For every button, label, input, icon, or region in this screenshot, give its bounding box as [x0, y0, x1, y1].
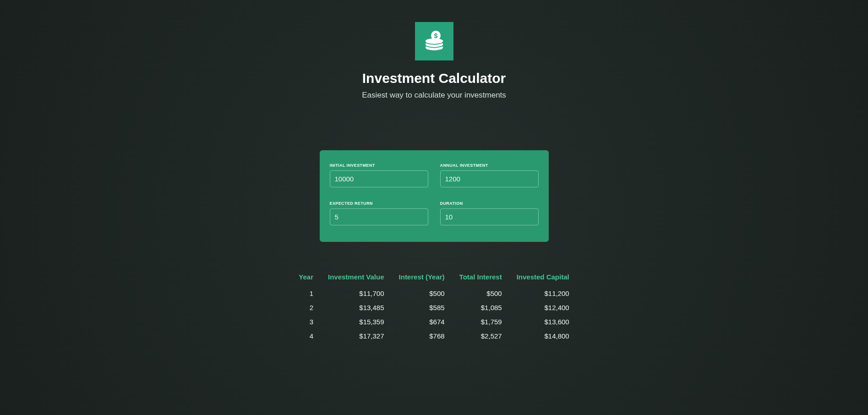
money-bag-icon: $: [421, 27, 447, 55]
col-year: Year: [291, 270, 321, 286]
cell-year: 4: [291, 329, 321, 343]
page-title: Investment Calculator: [362, 71, 506, 86]
cell-total-interest: $1,759: [452, 315, 509, 329]
cell-interest-year: $585: [392, 300, 452, 315]
cell-total-interest: $1,085: [452, 300, 509, 315]
cell-investment-value: $15,359: [321, 315, 392, 329]
expected-return-input[interactable]: [330, 208, 428, 225]
cell-investment-value: $17,327: [321, 329, 392, 343]
cell-total-interest: $2,527: [452, 329, 509, 343]
cell-interest-year: $674: [392, 315, 452, 329]
col-invested-capital: Invested Capital: [509, 270, 577, 286]
table-row: 2$13,485$585$1,085$12,400: [291, 300, 576, 315]
annual-investment-input[interactable]: [440, 170, 539, 187]
cell-year: 2: [291, 300, 321, 315]
cell-investment-value: $11,700: [321, 286, 392, 300]
cell-year: 3: [291, 315, 321, 329]
page-subtitle: Easiest way to calculate your investment…: [362, 91, 506, 100]
duration-input[interactable]: [440, 208, 539, 225]
cell-invested-capital: $14,800: [509, 329, 577, 343]
cell-year: 1: [291, 286, 321, 300]
duration-label: DURATION: [440, 201, 539, 206]
col-total-interest: Total Interest: [452, 270, 509, 286]
cell-invested-capital: $13,600: [509, 315, 577, 329]
cell-interest-year: $768: [392, 329, 452, 343]
app-logo: $: [415, 22, 453, 60]
cell-interest-year: $500: [392, 286, 452, 300]
table-row: 3$15,359$674$1,759$13,600: [291, 315, 576, 329]
initial-investment-input[interactable]: [330, 170, 428, 187]
initial-investment-label: INITIAL INVESTMENT: [330, 163, 428, 168]
svg-text:$: $: [434, 32, 437, 39]
cell-investment-value: $13,485: [321, 300, 392, 315]
cell-invested-capital: $12,400: [509, 300, 577, 315]
col-investment-value: Investment Value: [321, 270, 392, 286]
annual-investment-label: ANNUAL INVESTMENT: [440, 163, 539, 168]
table-row: 1$11,700$500$500$11,200: [291, 286, 576, 300]
cell-total-interest: $500: [452, 286, 509, 300]
results-table: Year Investment Value Interest (Year) To…: [291, 270, 576, 343]
cell-invested-capital: $11,200: [509, 286, 577, 300]
table-row: 4$17,327$768$2,527$14,800: [291, 329, 576, 343]
expected-return-label: EXPECTED RETURN: [330, 201, 428, 206]
col-interest-year: Interest (Year): [392, 270, 452, 286]
input-panel: INITIAL INVESTMENT ANNUAL INVESTMENT EXP…: [320, 150, 549, 242]
